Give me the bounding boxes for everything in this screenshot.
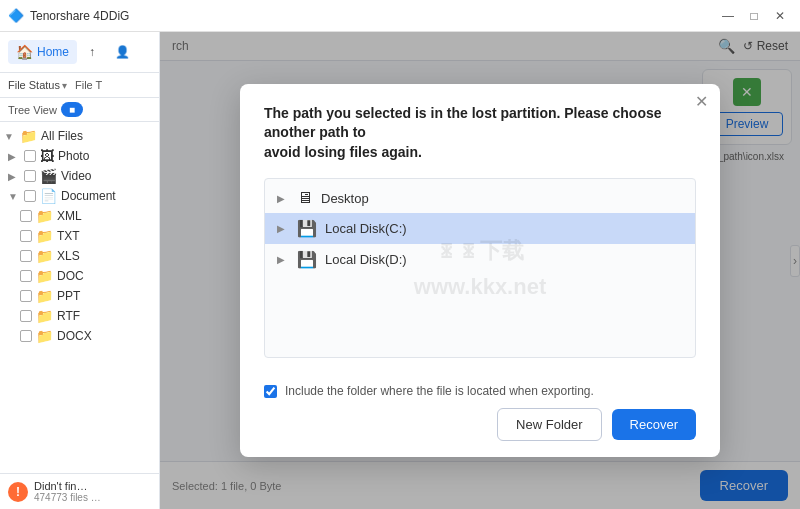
view-toggle-row: Tree View ■ <box>0 98 159 122</box>
xls-folder-icon: 📁 <box>36 248 53 264</box>
app-logo: 🔷 <box>8 8 24 24</box>
document-icon: 📄 <box>40 188 57 204</box>
back-icon: ↑ <box>89 45 95 59</box>
doc-checkbox[interactable] <box>20 270 32 282</box>
video-icon: 🎬 <box>40 168 57 184</box>
recover-button-modal[interactable]: Recover <box>612 409 696 440</box>
txt-folder-icon: 📁 <box>36 228 53 244</box>
local-disk-c-label: Local Disk(C:) <box>325 221 407 236</box>
modal-footer: New Folder Recover <box>240 398 720 457</box>
checkbox-row: Include the folder where the file is loc… <box>240 374 720 398</box>
ppt-folder-icon: 📁 <box>36 288 53 304</box>
new-folder-button[interactable]: New Folder <box>497 408 601 441</box>
tree-label-txt: TXT <box>57 229 80 243</box>
tree-item-photo[interactable]: ▶ 🖼 Photo <box>0 146 159 166</box>
browser-item-local-c[interactable]: ▶ 💾 Local Disk(C:) <box>265 213 695 244</box>
tree-item-video[interactable]: ▶ 🎬 Video <box>0 166 159 186</box>
sidebar: 🏠 Home ↑ 👤 File Status ▾ File T Tree Vie… <box>0 32 160 509</box>
local-disk-d-label: Local Disk(D:) <box>325 252 407 267</box>
tree-view-label: Tree View <box>8 104 57 116</box>
titlebar-left: 🔷 Tenorshare 4DDiG <box>8 8 129 24</box>
tree-label-docx: DOCX <box>57 329 92 343</box>
chevron-right-icon: ▶ <box>8 171 20 182</box>
file-tree: ▼ 📁 All Files ▶ 🖼 Photo ▶ 🎬 Video ▼ <box>0 122 159 473</box>
photo-icon: 🖼 <box>40 148 54 164</box>
browser-item-local-d[interactable]: ▶ 💾 Local Disk(D:) <box>265 244 695 275</box>
xls-checkbox[interactable] <box>20 250 32 262</box>
status-title: Didn't fin… <box>34 480 101 492</box>
document-checkbox[interactable] <box>24 190 36 202</box>
ppt-checkbox[interactable] <box>20 290 32 302</box>
toolbar-row: File Status ▾ File T <box>0 73 159 98</box>
home-tab[interactable]: 🏠 Home <box>8 40 77 64</box>
sidebar-nav: 🏠 Home ↑ 👤 <box>0 32 159 73</box>
file-status-dropdown[interactable]: File Status ▾ <box>8 79 67 91</box>
chevron-right-icon: ▶ <box>277 193 289 204</box>
tree-label-video: Video <box>61 169 91 183</box>
docx-checkbox[interactable] <box>20 330 32 342</box>
home-tab-label: Home <box>37 45 69 59</box>
tree-item-txt[interactable]: 📁 TXT <box>0 226 159 246</box>
txt-checkbox[interactable] <box>20 230 32 242</box>
xml-checkbox[interactable] <box>20 210 32 222</box>
tree-item-rtf[interactable]: 📁 RTF <box>0 306 159 326</box>
tree-item-all-files[interactable]: ▼ 📁 All Files <box>0 126 159 146</box>
modal-close-button[interactable]: ✕ <box>695 94 708 110</box>
tree-label-xml: XML <box>57 209 82 223</box>
modal-title: The path you selected is in the lost par… <box>264 104 696 163</box>
warning-icon: ! <box>8 482 28 502</box>
tree-label-ppt: PPT <box>57 289 80 303</box>
tree-item-document[interactable]: ▼ 📄 Document <box>0 186 159 206</box>
video-checkbox[interactable] <box>24 170 36 182</box>
back-button[interactable]: ↑ <box>81 41 103 63</box>
chevron-down-icon: ▼ <box>8 191 20 202</box>
file-type-label: File T <box>71 77 106 93</box>
include-folder-label: Include the folder where the file is loc… <box>285 384 594 398</box>
titlebar: 🔷 Tenorshare 4DDiG — □ ✕ <box>0 0 800 32</box>
profile-icon: 👤 <box>115 45 130 59</box>
local-disk-d-icon: 💾 <box>297 250 317 269</box>
rtf-folder-icon: 📁 <box>36 308 53 324</box>
xml-folder-icon: 📁 <box>36 208 53 224</box>
desktop-label: Desktop <box>321 191 369 206</box>
tree-item-xls[interactable]: 📁 XLS <box>0 246 159 266</box>
file-status-label: File Status <box>8 79 60 91</box>
doc-folder-icon: 📁 <box>36 268 53 284</box>
tree-label-all-files: All Files <box>41 129 83 143</box>
tree-label-xls: XLS <box>57 249 80 263</box>
rtf-checkbox[interactable] <box>20 310 32 322</box>
sidebar-footer: ! Didn't fin… 474773 files … <box>0 473 159 509</box>
tree-item-xml[interactable]: 📁 XML <box>0 206 159 226</box>
docx-folder-icon: 📁 <box>36 328 53 344</box>
maximize-button[interactable]: □ <box>742 4 766 28</box>
minimize-button[interactable]: — <box>716 4 740 28</box>
desktop-icon: 🖥 <box>297 189 313 207</box>
tree-item-docx[interactable]: 📁 DOCX <box>0 326 159 346</box>
home-icon: 🏠 <box>16 44 33 60</box>
close-button[interactable]: ✕ <box>768 4 792 28</box>
chevron-down-icon: ▼ <box>4 131 16 142</box>
modal-body: The path you selected is in the lost par… <box>240 84 720 375</box>
file-status-chevron: ▾ <box>62 80 67 91</box>
tree-item-ppt[interactable]: 📁 PPT <box>0 286 159 306</box>
app-body: 🏠 Home ↑ 👤 File Status ▾ File T Tree Vie… <box>0 32 800 509</box>
modal-dialog: ✕ The path you selected is in the lost p… <box>240 84 720 458</box>
tree-label-doc: DOC <box>57 269 84 283</box>
browser-item-desktop[interactable]: ▶ 🖥 Desktop <box>265 183 695 213</box>
status-subtitle: 474773 files … <box>34 492 101 503</box>
file-browser: ▶ 🖥 Desktop ▶ 💾 Local Disk(C:) ▶ <box>264 178 696 358</box>
tree-label-rtf: RTF <box>57 309 80 323</box>
photo-checkbox[interactable] <box>24 150 36 162</box>
tree-label-document: Document <box>61 189 116 203</box>
chevron-right-icon: ▶ <box>277 223 289 234</box>
toggle-button[interactable]: ■ <box>61 102 83 117</box>
tree-label-photo: Photo <box>58 149 89 163</box>
chevron-right-icon: ▶ <box>277 254 289 265</box>
tree-item-doc[interactable]: 📁 DOC <box>0 266 159 286</box>
profile-button[interactable]: 👤 <box>107 41 138 63</box>
window-controls: — □ ✕ <box>716 4 792 28</box>
chevron-right-icon: ▶ <box>8 151 20 162</box>
nav-tabs: 🏠 Home ↑ 👤 <box>0 36 159 68</box>
include-folder-checkbox[interactable] <box>264 385 277 398</box>
app-title: Tenorshare 4DDiG <box>30 9 129 23</box>
